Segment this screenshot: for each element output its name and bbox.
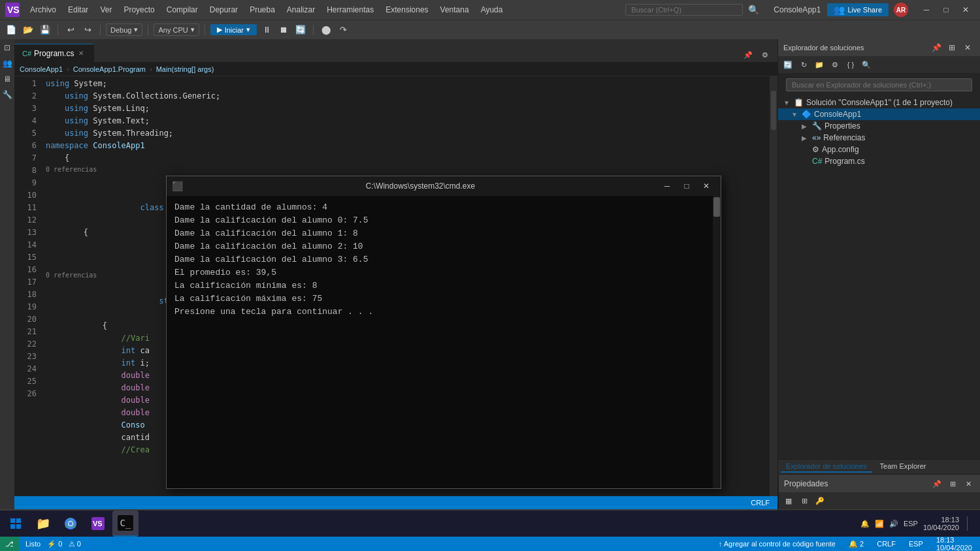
se-sync-icon[interactable]: 🔄 [781, 57, 795, 72]
close-button[interactable]: ✕ [956, 3, 975, 16]
editor-settings-icon[interactable]: ⚙ [758, 48, 772, 62]
tree-referencias[interactable]: ▶ «» Referencias [778, 132, 980, 144]
tray-volume-icon[interactable]: 🔊 [889, 520, 898, 528]
git-icon[interactable]: ⎇ [0, 537, 19, 551]
tb-new-icon[interactable]: 📄 [4, 23, 18, 37]
tb-restart-icon[interactable]: 🔄 [293, 23, 308, 37]
sidebar-tools-icon[interactable]: 🔧 [1, 89, 13, 101]
properties-folder-icon: 🔧 [812, 121, 822, 131]
tb-save-icon[interactable]: 💾 [38, 23, 52, 37]
se-pin-icon[interactable]: 📌 [929, 40, 943, 55]
breadcrumb-project[interactable]: ConsoleApp1 [20, 65, 63, 73]
cmd-minimize-button[interactable]: ─ [658, 179, 676, 193]
tray-notification-icon[interactable]: 🔔 [860, 520, 870, 528]
vs-logo-icon: VS [5, 3, 20, 17]
menu-ver[interactable]: Ver [95, 4, 117, 16]
breadcrumb-method[interactable]: Main(string[] args) [156, 65, 214, 73]
menu-extensiones[interactable]: Extensiones [380, 4, 433, 16]
tab-program-cs[interactable]: C# Program.cs ✕ [14, 44, 94, 62]
tb-breakpoint-icon[interactable]: ⬤ [319, 23, 333, 37]
tb-redo-icon[interactable]: ↪ [80, 23, 95, 37]
taskbar-chrome[interactable] [57, 511, 84, 537]
breadcrumb-class[interactable]: ConsoleApp1.Program [73, 65, 146, 73]
tree-appconfig[interactable]: ⚙ App.config [778, 144, 980, 155]
menu-depurar[interactable]: Depurar [204, 4, 243, 16]
cmd-title: C:\Windows\system32\cmd.exe [188, 181, 653, 191]
cmd-line-8: La calificación máxima es: 75 [174, 292, 705, 306]
tab-label: Program.cs [34, 49, 74, 58]
taskbar-file-explorer[interactable]: 📁 [30, 511, 56, 537]
tree-solution-root[interactable]: ▼ 📋 Solución "ConsoleApp1" (1 de 1 proye… [778, 97, 980, 108]
start-button[interactable]: ▶ Iniciar ▾ [210, 24, 257, 35]
props-close-icon[interactable]: ✕ [961, 477, 975, 491]
editor-pin-icon[interactable]: 📌 [741, 48, 755, 62]
props-list-icon[interactable]: ⊞ [797, 494, 811, 508]
menu-prueba[interactable]: Prueba [244, 4, 280, 16]
tb-open-icon[interactable]: 📂 [21, 23, 35, 37]
props-pin-icon[interactable]: 📌 [930, 477, 944, 491]
tray-network-icon[interactable]: 📶 [875, 520, 884, 528]
taskbar-visual-studio[interactable]: VS [85, 511, 111, 537]
se-close-icon[interactable]: ✕ [960, 40, 975, 55]
user-avatar[interactable]: AR [894, 3, 908, 17]
tree-properties[interactable]: ▶ 🔧 Properties [778, 120, 980, 132]
tab-close-icon[interactable]: ✕ [76, 49, 86, 58]
right-panel: Explorador de soluciones 📌 ⊞ ✕ 🔄 ↻ 📁 ⚙ {… [777, 39, 980, 509]
menu-ventana[interactable]: Ventana [435, 4, 474, 16]
menu-analizar[interactable]: Analizar [282, 4, 320, 16]
menu-compilar[interactable]: Compilar [161, 4, 203, 16]
encoding-status[interactable]: CRLF [874, 540, 898, 548]
debug-config-dropdown[interactable]: Debug ▾ [106, 24, 142, 36]
maximize-button[interactable]: □ [937, 3, 955, 16]
menu-proyecto[interactable]: Proyecto [118, 4, 159, 16]
tab-team-explorer[interactable]: Team Explorer [875, 461, 932, 473]
start-menu-button[interactable] [3, 511, 29, 537]
menu-archivo[interactable]: Archivo [25, 4, 61, 16]
tb-step-over-icon[interactable]: ↷ [336, 23, 350, 37]
tab-se[interactable]: Explorador de soluciones [781, 461, 872, 473]
se-settings-icon[interactable]: ⚙ [828, 57, 842, 72]
notification-icon[interactable]: 🔔 2 [846, 540, 866, 548]
se-refresh-icon[interactable]: ↻ [796, 57, 811, 72]
menu-herramientas[interactable]: Herramientas [321, 4, 379, 16]
cmd-maximize-button[interactable]: □ [678, 179, 696, 193]
expand-referencias-icon: ▶ [802, 134, 809, 142]
source-control-button[interactable]: ↑ Agregar al control de código fuente [716, 540, 838, 548]
line-numbers: 12345 678910 1112131415 1617181920 21222… [14, 76, 41, 496]
taskbar-cmd[interactable]: C_ [112, 511, 139, 537]
expand-properties-icon: ▶ [802, 123, 809, 130]
source-control-label: Agregar al control de código fuente [724, 540, 836, 548]
se-code-icon[interactable]: { } [843, 57, 858, 72]
minimize-button[interactable]: ─ [917, 3, 936, 16]
status-bar: ⎇ Listo ⚡ 0 ⚠ 0 ↑ Agregar al control de … [0, 537, 980, 551]
props-key-icon[interactable]: 🔑 [813, 494, 827, 508]
menu-editar[interactable]: Editar [63, 4, 93, 16]
platform-dropdown[interactable]: Any CPU ▾ [154, 24, 199, 36]
sidebar-team-icon[interactable]: 👥 [1, 57, 13, 69]
show-desktop-button[interactable] [967, 516, 972, 531]
menu-ayuda[interactable]: Ayuda [476, 4, 508, 16]
live-share-button[interactable]: 👥 Live Share [827, 3, 889, 16]
tree-programcs[interactable]: C# Program.cs [778, 155, 980, 167]
props-expand-icon[interactable]: ⊞ [945, 477, 960, 491]
cmd-close-button[interactable]: ✕ [697, 179, 715, 193]
se-folder-icon[interactable]: 📁 [812, 57, 826, 72]
se-expand-icon[interactable]: ⊞ [945, 40, 959, 55]
tray-language[interactable]: ESP [904, 520, 918, 527]
search-input[interactable] [625, 4, 743, 16]
se-search-input[interactable] [786, 78, 972, 91]
tb-pause-icon[interactable]: ⏸ [259, 23, 274, 37]
solution-explorer-title: Explorador de soluciones [783, 44, 864, 52]
platform-value: Any CPU [158, 26, 188, 34]
se-search-icon[interactable]: 🔍 [859, 57, 874, 72]
sidebar-server-icon[interactable]: 🖥 [1, 73, 13, 85]
main-layout: ⊡ 👥 🖥 🔧 C# Program.cs ✕ 📌 ⚙ ConsoleApp1 … [0, 39, 980, 509]
props-grid-icon[interactable]: ▦ [781, 494, 796, 508]
sidebar-solution-icon[interactable]: ⊡ [1, 42, 13, 54]
language-status[interactable]: ESP [906, 540, 926, 548]
tb-undo-icon[interactable]: ↩ [63, 23, 78, 37]
tree-consoleapp1[interactable]: ▼ 🔷 ConsoleApp1 [778, 108, 980, 120]
cmd-scrollbar[interactable] [713, 196, 721, 488]
tb-stop-icon[interactable]: ⏹ [276, 23, 291, 37]
editor-scrollbar[interactable] [770, 76, 777, 496]
